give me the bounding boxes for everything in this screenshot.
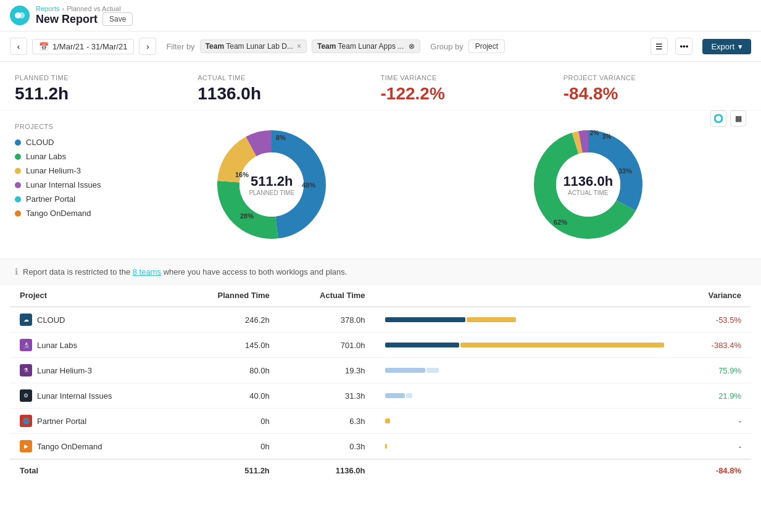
svg-point-1: [19, 12, 25, 19]
ellipsis-icon: •••: [680, 42, 688, 51]
breadcrumb-area: Reports › Planned vs Actual New Report S…: [36, 5, 133, 26]
bar-view-button[interactable]: ▦: [730, 110, 746, 127]
project-name: CLOUD: [37, 315, 65, 325]
filter-tag-team2[interactable]: Team Team Lunar Apps ... ⊗: [312, 39, 420, 53]
charts-area: 48% 28% 16% 8% 511.2h PLANNED TIME: [114, 123, 746, 246]
group-by-value[interactable]: Project: [468, 39, 505, 53]
remove-filter1-icon[interactable]: ×: [297, 42, 301, 51]
project-name: Lunar Labs: [37, 341, 77, 350]
svg-text:62%: 62%: [554, 218, 567, 226]
project-cell: ▶ Tango OnDemand: [10, 434, 174, 460]
project-icon: ⚙: [20, 389, 32, 402]
legend-label: Partner Portal: [26, 194, 75, 204]
planned-time-cell: 0h: [174, 409, 280, 434]
table-row: ▶ Tango OnDemand 0h 0.3h -: [10, 434, 751, 460]
app-header: Reports › Planned vs Actual New Report S…: [0, 0, 761, 31]
planned-center-label: PLANNED TIME: [249, 189, 294, 196]
table-row: ⚙ Lunar Internal Issues 40.0h 31.3h 21.9…: [10, 383, 751, 409]
actual-time-card: ACTUAL TIME 1136.0h: [198, 74, 380, 104]
page-title: New Report: [36, 13, 98, 26]
table-section: Project Planned Time Actual Time Varianc…: [0, 285, 761, 481]
variance-cell: -: [674, 434, 751, 460]
date-range-picker[interactable]: 📅 1/Mar/21 - 31/Mar/21: [32, 39, 134, 54]
app-logo: [10, 6, 30, 25]
svg-text:8%: 8%: [276, 134, 286, 141]
save-button[interactable]: Save: [102, 12, 133, 26]
bar-cell: [375, 434, 674, 460]
actual-time-cell: 19.3h: [280, 358, 375, 383]
table-wrapper: Project Planned Time Actual Time Varianc…: [0, 285, 761, 481]
svg-text:3%: 3%: [602, 133, 612, 140]
export-label: Export: [711, 42, 734, 51]
prev-button[interactable]: ‹: [10, 38, 27, 55]
donut-icon: [714, 114, 723, 123]
legend-dot: [15, 168, 21, 174]
date-range-label: 1/Mar/21 - 31/Mar/21: [52, 42, 127, 51]
planned-time-card: PLANNED TIME 511.2h: [15, 74, 198, 104]
group-by-label: Group by: [430, 42, 463, 51]
table-row: 🔬 Lunar Labs 145.0h 701.0h -383.4%: [10, 333, 751, 358]
actual-center-value: 1136.0h: [563, 173, 613, 189]
projects-legend-title: PROJECTS: [15, 123, 114, 130]
legend-item-partner-portal: Partner Portal: [15, 194, 114, 204]
actual-time-cell: 0.3h: [280, 434, 375, 460]
legend-dot: [15, 210, 21, 217]
table-row: ⚗ Lunar Helium-3 80.0h 19.3h 75.9%: [10, 358, 751, 383]
legend-label: Lunar Labs: [26, 152, 66, 161]
chevron-left-icon: ‹: [17, 42, 20, 51]
actual-donut-wrapper: 33% 62% 2% 3% 1136.0h ACTUAL TIME: [526, 123, 650, 246]
list-icon: ☰: [655, 42, 663, 51]
bar-cell: [375, 358, 674, 383]
svg-point-21: [717, 117, 720, 120]
bar-cell: [375, 383, 674, 409]
planned-time-value: 511.2h: [15, 84, 179, 104]
variance-cell: 75.9%: [674, 358, 751, 383]
time-variance-label: TIME VARIANCE: [381, 74, 545, 81]
planned-time-cell: 246.2h: [174, 307, 280, 333]
time-variance-value: -122.2%: [381, 84, 545, 104]
list-view-button[interactable]: ☰: [651, 38, 668, 55]
legend-item-lunar-helium-3: Lunar Helium-3: [15, 166, 114, 175]
time-variance-card: TIME VARIANCE -122.2%: [381, 74, 563, 104]
donut-view-button[interactable]: [710, 110, 726, 127]
filter-dropdown-icon: ⊗: [409, 42, 415, 51]
charts-section: PROJECTS CLOUDLunar LabsLunar Helium-3Lu…: [0, 110, 761, 259]
variance-cell: -: [674, 409, 751, 434]
total-actual: 1136.0h: [280, 459, 375, 481]
export-dropdown-icon: ▾: [738, 42, 742, 51]
svg-text:2%: 2%: [590, 130, 599, 136]
project-variance-card: PROJECT VARIANCE -84.8%: [563, 74, 746, 104]
bar-chart-icon: ▦: [735, 114, 742, 123]
variance-cell: 21.9%: [674, 383, 751, 409]
bar-cell: [375, 307, 674, 333]
variance-cell: -383.4%: [674, 333, 751, 358]
info-text: Report data is restricted to the 8 teams…: [23, 267, 347, 276]
teams-link[interactable]: 8 teams: [133, 267, 161, 276]
more-options-button[interactable]: •••: [675, 38, 692, 55]
filter-tag-team1[interactable]: Team Team Lunar Lab D... ×: [200, 39, 307, 53]
export-button[interactable]: Export ▾: [702, 39, 751, 54]
planned-donut-wrapper: 48% 28% 16% 8% 511.2h PLANNED TIME: [210, 123, 333, 246]
col-actual: Actual Time: [280, 285, 375, 307]
next-button[interactable]: ›: [139, 38, 156, 55]
team2-label: Team Team Lunar Apps ...: [317, 42, 404, 51]
svg-text:16%: 16%: [235, 171, 249, 178]
actual-donut-center: 1136.0h ACTUAL TIME: [563, 173, 613, 196]
total-label: Total: [10, 459, 174, 481]
breadcrumb-parent[interactable]: Reports: [36, 5, 60, 12]
planned-time-cell: 40.0h: [174, 383, 280, 409]
legend-label: Tango OnDemand: [26, 209, 91, 218]
project-icon: 🔬: [20, 339, 32, 351]
actual-time-cell: 378.0h: [280, 307, 375, 333]
col-planned: Planned Time: [174, 285, 280, 307]
col-bar: [375, 285, 674, 307]
legend-label: Lunar Internal Issues: [26, 180, 101, 189]
total-variance: -84.8%: [674, 459, 751, 481]
project-name: Lunar Internal Issues: [37, 391, 112, 401]
legend-item-lunar-internal-issues: Lunar Internal Issues: [15, 180, 114, 189]
table-footer-row: Total 511.2h 1136.0h -84.8%: [10, 459, 751, 481]
table-header-row: Project Planned Time Actual Time Varianc…: [10, 285, 751, 307]
actual-time-value: 1136.0h: [198, 84, 362, 104]
planned-time-chart: 48% 28% 16% 8% 511.2h PLANNED TIME: [210, 123, 333, 246]
legend-dot: [15, 196, 21, 202]
